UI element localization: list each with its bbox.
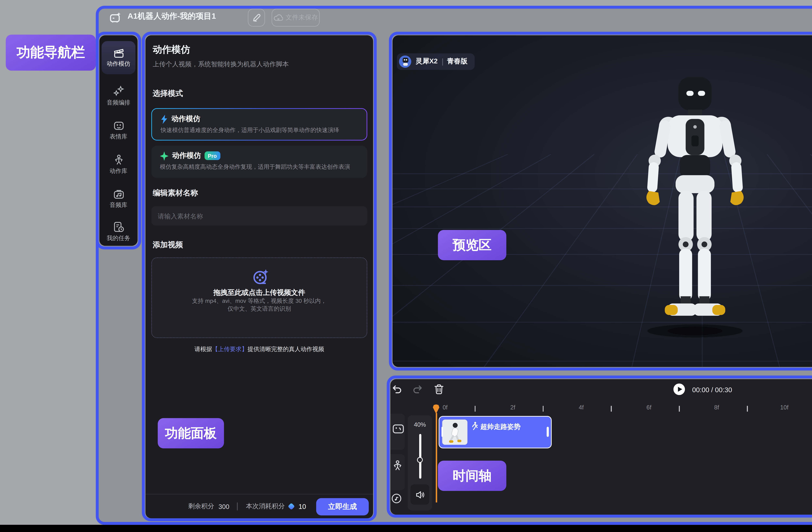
clip-trim-handle-right[interactable] (547, 427, 548, 437)
upload-hint-line2: 仅中文、英文语言的识别 (152, 305, 367, 313)
nav-sidebar: 动作模仿 音频编排 表情库 动作库 音频库 我的任务 (99, 35, 137, 246)
star-sparkle-icon (160, 151, 169, 160)
video-upload-dropzone[interactable]: 拖拽至此或点击上传视频文件 支持 mp4、avi、mov 等格式，视频长度 30… (151, 257, 367, 338)
upload-hint-line1: 支持 mp4、avi、mov 等格式，视频长度 30 秒以内， (152, 298, 367, 305)
speaker-icon (416, 491, 424, 499)
film-reel-icon (252, 268, 269, 285)
mode-card-pro[interactable]: 动作模仿 Pro 模仿复杂高精度高动态全身动作复现，适用于舞蹈功夫等丰富表达创作… (151, 146, 367, 178)
sidebar-item-label: 动作模仿 (107, 60, 130, 68)
mode-desc: 模仿复杂高精度高动态全身动作复现，适用于舞蹈功夫等丰富表达创作表演 (160, 163, 362, 171)
mode-card-basic[interactable]: 动作模仿 快速模仿普通难度的全身动作，适用于小品戏剧等简单动作的快速演绎 (151, 108, 367, 141)
robot-avatar (399, 55, 411, 68)
add-video-label: 添加视频 (153, 240, 183, 250)
clip-thumbnail (442, 419, 467, 444)
annotation-label-preview: 预览区 (438, 230, 506, 260)
timeline-clip[interactable]: 超帅走路姿势 (439, 416, 552, 448)
trash-icon[interactable] (434, 384, 444, 394)
playhead-line (436, 413, 437, 502)
ruler-ticks (475, 406, 812, 411)
clip-trim-handle-left[interactable] (441, 427, 443, 437)
sparkles-icon (113, 85, 124, 97)
upload-requirement-note: 请根据【上传要求】提供清晰完整的真人动作视频 (145, 345, 373, 353)
pro-badge: Pro (205, 151, 220, 160)
volume-popup: 40% (408, 415, 432, 510)
mode-name: 动作模仿 (172, 151, 201, 161)
footer-divider (237, 502, 238, 510)
cloud-icon (273, 14, 283, 22)
annotation-label-panel: 功能面板 (158, 418, 224, 448)
redo-icon[interactable] (413, 385, 422, 394)
task-list-icon (113, 221, 124, 233)
music-box-icon (113, 189, 124, 200)
sidebar-item-my-tasks[interactable]: 我的任务 (102, 218, 135, 245)
sidebar-item-action-library[interactable]: 动作库 (102, 149, 135, 180)
time-display: 00:00 / 00:30 (692, 386, 732, 394)
sidebar-item-label: 表情库 (110, 132, 127, 141)
undo-icon[interactable] (392, 385, 402, 394)
expression-track-icon[interactable] (392, 424, 404, 434)
generate-button[interactable]: 立即生成 (316, 498, 369, 515)
annotation-label-timeline: 时间轴 (438, 461, 506, 491)
cost-value: 10 (299, 502, 306, 510)
panel-footer: 剩余积分 300 本次消耗积分 10 立即生成 (145, 494, 373, 518)
sidebar-item-motion-mimic[interactable]: 动作模仿 (102, 41, 135, 74)
clapperboard-icon (113, 47, 124, 58)
rename-button[interactable] (248, 9, 265, 27)
gem-icon (288, 503, 295, 510)
save-status: 文件未保存 (272, 9, 320, 27)
credits-value: 300 (219, 503, 230, 510)
track-row-action (390, 454, 405, 490)
note-prefix: 请根据 (194, 346, 212, 352)
action-track-icon[interactable] (392, 460, 403, 471)
play-button[interactable] (673, 383, 685, 395)
app-logo-icon (110, 12, 122, 24)
robot-name: 灵犀X2 (416, 57, 438, 66)
audio-disc-icon[interactable] (391, 493, 402, 504)
volume-slider-track[interactable] (419, 434, 421, 479)
cost-label: 本次消耗积分 (246, 502, 285, 511)
annotation-label-nav: 功能导航栏 (6, 34, 96, 71)
material-name-label: 编辑素材名称 (153, 188, 198, 198)
volume-value: 40% (408, 421, 432, 428)
sidebar-item-audio-arrange[interactable]: 音频编排 (102, 80, 135, 112)
panel-subtitle: 上传个人视频，系统智能转换为机器人动作脚本 (153, 60, 289, 69)
speaker-button[interactable] (410, 485, 429, 505)
credits-label: 剩余积分 (188, 502, 214, 511)
sidebar-item-label: 音频库 (110, 201, 127, 209)
mode-desc: 快速模仿普通难度的全身动作，适用于小品戏剧等简单动作的快速演绎 (161, 126, 361, 134)
robot-edition: 青春版 (447, 57, 467, 66)
robot-preview (630, 76, 760, 342)
lightning-icon (161, 114, 168, 124)
sidebar-item-label: 音频编排 (107, 98, 130, 106)
badge-divider (442, 58, 443, 65)
mode-section-label: 选择模式 (153, 88, 183, 99)
note-suffix: 提供清晰完整的真人动作视频 (247, 346, 324, 352)
sidebar-item-expression-library[interactable]: 表情库 (102, 115, 135, 146)
mode-name: 动作模仿 (172, 114, 200, 124)
preview-viewport[interactable]: 灵犀X2 青春版 Z Y (392, 35, 812, 367)
panel-title: 动作模仿 (153, 43, 190, 56)
playhead-handle[interactable] (433, 404, 439, 414)
upload-title: 拖拽至此或点击上传视频文件 (152, 288, 367, 298)
robot-model-badge: 灵犀X2 青春版 (397, 53, 475, 70)
volume-slider-thumb[interactable] (417, 457, 422, 463)
screenshot-stage: A1机器人动作-我的项目1 文件未保存 合成并保存 下发到设备 动作模仿 音频编… (0, 0, 812, 532)
timeline-panel: 00:00 / 00:30 0f 2f 4f 6f 8f 10f 12f 14f… (390, 379, 812, 515)
person-icon (113, 154, 124, 166)
sidebar-item-audio-library[interactable]: 音频库 (102, 183, 135, 215)
save-status-text: 文件未保存 (286, 13, 318, 23)
clip-label: 超帅走路姿势 (480, 422, 521, 432)
robot-face-icon (113, 121, 124, 131)
project-title: A1机器人动作-我的项目1 (128, 11, 216, 22)
material-name-input[interactable] (151, 206, 367, 226)
upload-requirement-link[interactable]: 【上传要求】 (212, 346, 247, 352)
sidebar-item-label: 动作库 (110, 167, 127, 175)
pencil-icon (252, 14, 260, 22)
walking-person-icon (471, 422, 479, 430)
sidebar-item-label: 我的任务 (107, 234, 130, 242)
